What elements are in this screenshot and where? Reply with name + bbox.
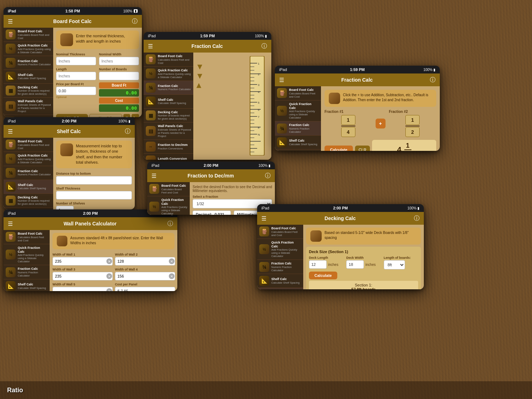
menu-icon-1[interactable]: ☰ <box>8 18 13 25</box>
sidebar-wall-quick[interactable]: ½ Quick Fraction Calc Add Fractions Quic… <box>4 244 50 266</box>
wall4-input[interactable] <box>115 272 175 280</box>
add-tally-btn[interactable]: Add to Tally <box>56 114 88 117</box>
wall5-input[interactable] <box>52 287 113 291</box>
sidebar-frac-list-length[interactable]: ↔ Length Conversion Numeric Conversions <box>144 154 193 160</box>
sidebar-deck-board[interactable]: 🪵 Board Foot Calc Calculates Board Feet … <box>257 225 303 239</box>
deck-width-label: Deck Width <box>346 256 381 259</box>
operator-btn[interactable]: + <box>376 119 386 129</box>
sidebar-frac2-quick[interactable]: ½ Quick Fraction Calc Add Fractions Quic… <box>275 100 321 122</box>
sidebar-deck-frac[interactable]: ¾ Fraction Calc Numeric Fraction Calcula… <box>257 260 303 274</box>
sidebar-title-shelf: Shelf Calc <box>18 73 51 77</box>
sidebar-frac2-board[interactable]: 🪵 Board Foot Calc Calculates Board Feet … <box>275 86 321 100</box>
info-icon-frac2[interactable]: ⓘ <box>430 76 436 84</box>
sidebar-wall-board-foot[interactable]: 🪵 Board Foot Calc Calculates Board Feet … <box>4 230 50 244</box>
sidebar-icon-board-foot: 🪵 <box>6 29 16 39</box>
sidebar-frac-list-fracdec[interactable]: ↔ Fraction to Dec/mm Fraction Conversion… <box>144 140 193 154</box>
shelf-thickness-input[interactable] <box>56 191 132 200</box>
fraction1-inputs <box>325 115 372 137</box>
deck-result-box: Section 1: 57 8ft boards Approx. # of sc… <box>309 281 418 289</box>
menu-icon-frac2[interactable]: ☰ <box>279 77 284 83</box>
sidebar-frac-dec-board[interactable]: 🪵 Board Foot Calc Calculates Board Feet … <box>147 182 190 196</box>
info-box-deck: Based on standard 5-1/2" wide Deck Board… <box>306 228 421 245</box>
sidebar-wall-frac[interactable]: ¾ Fraction Calc Numeric Fraction Calcula… <box>4 265 50 279</box>
sidebar-frac2-shelf[interactable]: 📐 Shelf Calc Calculate Shelf Spacing <box>275 136 321 149</box>
form-group-thickness: Nominal Thickness <box>56 53 96 65</box>
sidebar-deck-deck[interactable]: ▦ Decking Calc Number of boards required… <box>257 288 303 289</box>
sidebar-frac-list-board[interactable]: 🪵 Board Foot Calc Calculates Board Feet … <box>144 53 193 67</box>
frac1-numerator[interactable] <box>341 115 355 125</box>
sidebar-item-wall[interactable]: ▤ Wall Panels Calc Estimate Sheets of Pl… <box>4 98 53 115</box>
shelf-main: Measurement inside top to bottom, thickn… <box>53 138 135 209</box>
fraction-calculate-btn[interactable]: Calculate <box>325 146 353 151</box>
nav-right-btn[interactable]: ◀ <box>195 83 203 88</box>
menu-icon-frac-list[interactable]: ☰ <box>148 43 153 50</box>
info-icon-1[interactable]: ⓘ <box>132 18 138 25</box>
wall3-clear-btn[interactable]: ✕ <box>106 273 112 279</box>
menu-icon-deck[interactable]: ☰ <box>261 215 266 222</box>
wall5-group: Width of Wall 5 ✕ <box>52 283 113 291</box>
board-length-select[interactable]: 8ft 10ft 12ft <box>384 260 405 269</box>
sidebar-shelf-decking[interactable]: ▦ Decking Calc Number of boards required… <box>4 194 53 208</box>
frac1-denominator[interactable] <box>341 127 355 137</box>
sidebar-frac2-deck[interactable]: ▦ Decking Calc Number of boards required… <box>275 149 321 151</box>
sidebar-frac2-frac[interactable]: ¾ Fraction Calc Numeric Fraction Calcula… <box>275 121 321 136</box>
wall1-input[interactable] <box>52 257 113 266</box>
deck-calculate-btn[interactable]: Calculate <box>309 272 337 279</box>
frac2-denominator[interactable] <box>405 127 420 137</box>
wall3-input[interactable] <box>52 272 113 280</box>
nav-down-btn[interactable]: ◀ <box>195 74 203 79</box>
sidebar-item-shelf[interactable]: 📐 Shelf Calc Calculate Shelf Spacing <box>4 70 53 84</box>
sidebar-frac-list-frac[interactable]: ¾ Fraction Calc Numeric Fraction Calcula… <box>144 81 193 95</box>
distance-input[interactable] <box>56 176 132 185</box>
sidebar-shelf-board-foot[interactable]: 🪵 Board Foot Calc Calculates Board Feet … <box>4 138 53 152</box>
num-shelves-input[interactable] <box>56 206 74 209</box>
price-input[interactable] <box>56 87 96 95</box>
sidebar-frac2: 🪵 Board Foot Calc Calculates Board Feet … <box>275 86 321 151</box>
wall1-clear-btn[interactable]: ✕ <box>106 258 112 264</box>
info-icon-frac-list[interactable]: ⓘ <box>261 43 267 50</box>
nav-up-btn[interactable]: ◀ <box>195 65 203 70</box>
status-bar-1: iPad 1:58 PM 100% ▮ <box>4 7 142 15</box>
sidebar-item-quick-fraction[interactable]: ½ Quick Fraction Calc Add Fractions Quic… <box>4 42 53 56</box>
list-icon-btn[interactable]: ≡ <box>123 114 130 117</box>
sidebar-shelf-shelf[interactable]: 📐 Shelf Calc Calculate Shelf Spacing <box>4 180 53 194</box>
sidebar-frac-list-shelf[interactable]: 📐 Shelf Calc Calculate Shelf Spacing <box>144 95 193 109</box>
sidebar-item-fraction[interactable]: ¾ Fraction Calc Numeric Fraction Calcula… <box>4 56 53 70</box>
menu-icon-wall[interactable]: ☰ <box>8 220 13 227</box>
info-icon-deck[interactable]: ⓘ <box>414 215 420 222</box>
wall2-input[interactable] <box>115 257 175 266</box>
fraction-clr-btn[interactable]: CLR <box>355 146 370 151</box>
deck-length-input[interactable] <box>309 260 327 269</box>
sidebar-frac-list-wall[interactable]: ▤ Wall Panels Calc Estimate Sheets of Pl… <box>144 122 193 140</box>
info-icon-wall[interactable]: ⓘ <box>167 220 173 228</box>
sidebar-deck-quick[interactable]: ½ Quick Fraction Calc Add Fractions Quic… <box>257 239 303 260</box>
info-icon-frac-dec[interactable]: ⓘ <box>265 172 271 180</box>
num-shelves-group: Number of Shelves <box>56 202 132 209</box>
sidebar-frac-list-deck[interactable]: ▦ Decking Calc Number of boards required… <box>144 109 193 123</box>
wall-main: Assumes standard 4ft x 8ft panel/sheet s… <box>50 230 177 291</box>
length-input[interactable] <box>56 72 96 80</box>
info-icon-shelf[interactable]: ⓘ <box>125 128 131 135</box>
sidebar-deck-shelf[interactable]: 📐 Shelf Calc Calculate Shelf Spacing <box>257 274 303 288</box>
thickness-input[interactable] <box>56 57 96 65</box>
sidebar-item-board-foot[interactable]: 🪵 Board Foot Calc Calculates Board Feet … <box>4 28 53 42</box>
menu-icon-frac-dec[interactable]: ☰ <box>151 173 156 179</box>
wall2-clear-btn[interactable]: ✕ <box>169 258 174 264</box>
sidebar-item-decking[interactable]: ▦ Decking Calc Number of boards required… <box>4 84 53 98</box>
deck-width-input[interactable] <box>346 260 364 269</box>
wall4-clear-btn[interactable]: ✕ <box>169 273 174 279</box>
sidebar-shelf-quick[interactable]: ½ Quick Fraction Calc Add Fractions Quic… <box>4 152 53 166</box>
sidebar-shelf-frac[interactable]: ¾ Fraction Calc Numeric Fraction Calcula… <box>4 166 53 180</box>
nav-icon-btn[interactable]: ▷ <box>132 114 139 117</box>
sidebar-frac-list-quick[interactable]: ½ Quick Fraction Calc Add Fractions Quic… <box>144 67 193 81</box>
app-title-frac-list: Fraction Calc <box>153 43 261 49</box>
boards-input[interactable] <box>99 72 139 80</box>
frac2-numerator[interactable] <box>405 115 420 125</box>
thickness-label: Nominal Thickness <box>56 53 96 56</box>
sidebar-frac-dec-quick[interactable]: ½ Quick Fraction Calc Add Fractions Quic… <box>147 196 190 215</box>
clear-tally-btn[interactable]: Clear Tally <box>89 114 122 117</box>
sidebar-wall-shelf[interactable]: 📐 Shelf Calc Calculate Shelf Spacing <box>4 279 50 291</box>
width-input[interactable] <box>99 57 139 65</box>
menu-icon-shelf[interactable]: ☰ <box>8 128 13 135</box>
cost-panel-input[interactable] <box>115 287 175 291</box>
